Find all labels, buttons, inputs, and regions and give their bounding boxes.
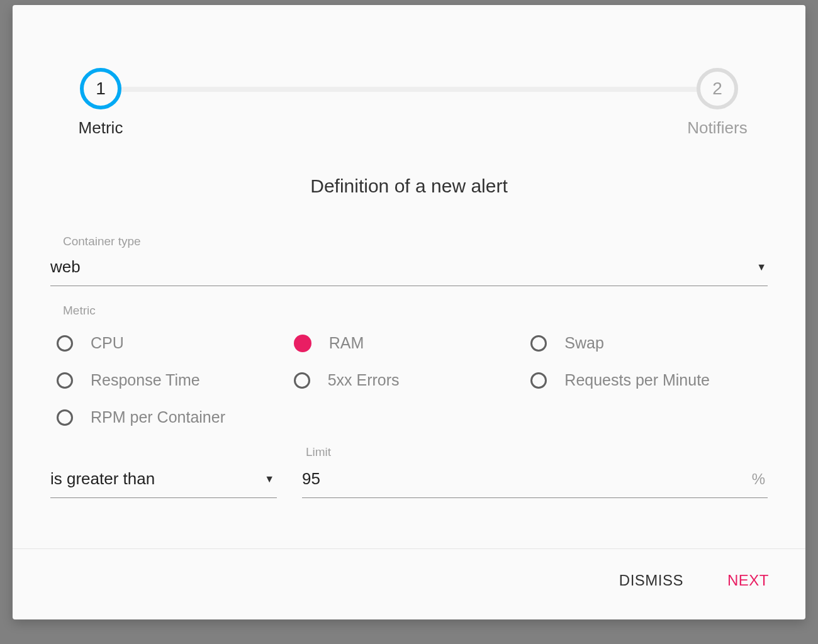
step-number: 1 [80, 68, 121, 109]
radio-icon [530, 372, 547, 389]
step-label: Metric [79, 118, 123, 138]
radio-icon [57, 409, 73, 426]
container-type-label: Container type [50, 235, 768, 248]
radio-label: Requests per Minute [564, 371, 710, 389]
step-number: 2 [697, 68, 738, 109]
radio-rpm-per-container[interactable]: RPM per Container [57, 408, 294, 426]
modal-heading: Definition of a new alert [50, 175, 768, 197]
radio-swap[interactable]: Swap [530, 334, 768, 352]
metric-label: Metric [50, 304, 768, 318]
radio-icon [294, 335, 311, 352]
alert-definition-modal: 1 Metric 2 Notifiers Definition of a new… [13, 5, 805, 619]
condition-row: is greater than ▼ Limit % [50, 445, 768, 498]
radio-label: 5xx Errors [328, 371, 400, 389]
radio-icon [294, 372, 310, 389]
modal-body: 1 Metric 2 Notifiers Definition of a new… [13, 5, 805, 523]
radio-label: Response Time [91, 371, 200, 389]
radio-5xx-errors[interactable]: 5xx Errors [294, 371, 531, 389]
container-type-value: web [50, 257, 81, 277]
step-notifiers[interactable]: 2 Notifiers [680, 68, 755, 138]
dismiss-button[interactable]: DISMISS [613, 568, 690, 593]
stepper: 1 Metric 2 Notifiers [63, 68, 755, 138]
radio-response-time[interactable]: Response Time [57, 371, 294, 389]
chevron-down-icon: ▼ [264, 474, 274, 485]
metric-field: Metric CPU RAM Swap Response Time [50, 304, 768, 439]
limit-input[interactable] [302, 469, 719, 489]
radio-label: Swap [564, 334, 604, 352]
radio-icon [530, 335, 547, 352]
radio-cpu[interactable]: CPU [57, 334, 294, 352]
radio-label: CPU [91, 334, 124, 352]
stepper-line [120, 87, 698, 92]
radio-label: RAM [329, 334, 364, 352]
limit-unit: % [752, 470, 765, 488]
container-type-field: Container type web ▼ [50, 235, 768, 286]
container-type-select[interactable]: web ▼ [50, 252, 768, 286]
radio-icon [57, 372, 73, 389]
modal-footer: DISMISS NEXT [13, 548, 805, 619]
operator-value: is greater than [50, 469, 155, 489]
radio-ram[interactable]: RAM [294, 334, 531, 352]
operator-select[interactable]: is greater than ▼ [50, 463, 277, 498]
limit-input-wrap: % [302, 463, 768, 498]
metric-radio-group: CPU RAM Swap Response Time 5xx Errors [50, 321, 768, 439]
limit-field: Limit % [302, 445, 768, 498]
chevron-down-icon: ▼ [756, 262, 766, 273]
radio-label: RPM per Container [91, 408, 225, 426]
step-metric[interactable]: 1 Metric [63, 68, 138, 138]
next-button[interactable]: NEXT [721, 568, 775, 593]
limit-label: Limit [302, 445, 768, 459]
radio-icon [57, 335, 73, 352]
radio-requests-per-minute[interactable]: Requests per Minute [530, 371, 768, 389]
step-label: Notifiers [687, 118, 747, 138]
